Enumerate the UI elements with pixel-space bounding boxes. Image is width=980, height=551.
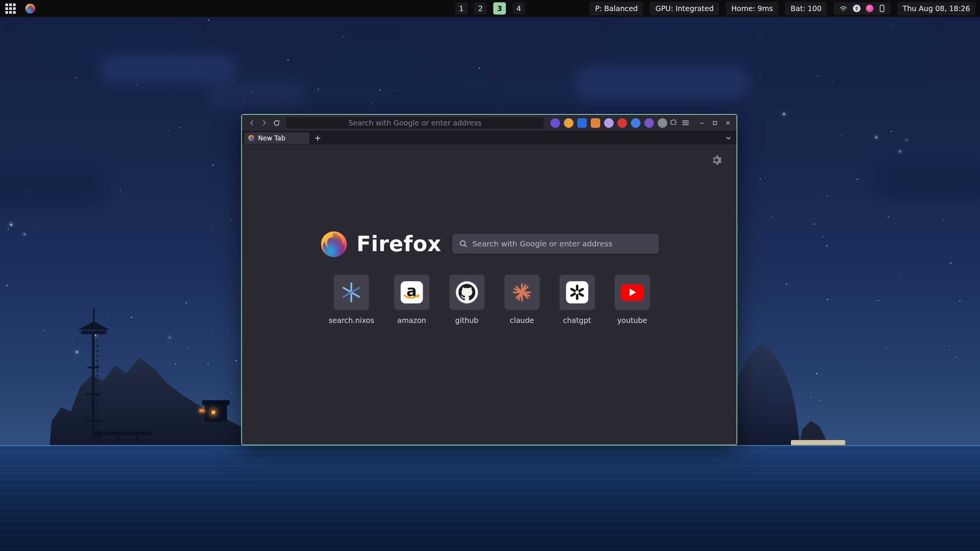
battery-status: Bat: 100: [785, 2, 827, 15]
newtab-search-placeholder: Search with Google or enter address: [472, 239, 612, 248]
minimize-button[interactable]: [696, 117, 707, 128]
navigation-toolbar: Search with Google or enter address: [242, 115, 737, 131]
extensions-puzzle-icon[interactable]: [667, 117, 679, 129]
shortcut-label: youtube: [617, 316, 647, 324]
tab-title: New Tab: [258, 134, 285, 142]
firefox-launcher-icon[interactable]: [25, 3, 36, 14]
extension-icon-orange-moon[interactable]: [564, 118, 573, 128]
firefox-wordmark: Firefox: [356, 231, 441, 256]
window-controls: [696, 117, 733, 128]
shortcut-chatgpt[interactable]: chatgpt: [559, 275, 595, 324]
maximize-button[interactable]: [709, 117, 720, 128]
nixos-icon: [341, 282, 362, 303]
color-indicator-icon[interactable]: [866, 5, 874, 12]
new-tab-page: Firefox Search with Google or enter addr…: [242, 145, 737, 445]
cloud: [0, 165, 107, 207]
extension-icon-lavender[interactable]: [604, 118, 614, 128]
extension-icons: [550, 118, 667, 128]
pier-post: [136, 434, 139, 442]
newtab-hero: Firefox Search with Google or enter addr…: [320, 230, 659, 258]
tab-bar: New Tab +: [242, 131, 737, 145]
newtab-search-input[interactable]: Search with Google or enter address: [452, 234, 659, 254]
pier-post: [117, 434, 119, 442]
shortcut-label: claude: [510, 316, 534, 324]
firefox-window: Search with Google or enter address: [241, 114, 737, 445]
forward-button[interactable]: [258, 117, 270, 129]
cloud: [314, 46, 429, 73]
wifi-icon[interactable]: [839, 5, 848, 12]
watchtower-crossbar: [87, 367, 100, 368]
reload-button[interactable]: [270, 117, 283, 129]
workspace-4[interactable]: 4: [513, 2, 525, 15]
cloud: [574, 66, 750, 100]
shortcut-youtube[interactable]: youtube: [614, 275, 650, 324]
watchtower-crossbar: [86, 393, 101, 395]
tab-favicon-firefox: [248, 135, 255, 141]
extension-icon-blue-globe[interactable]: [631, 118, 640, 128]
cloud: [612, 15, 934, 73]
extension-icon-purple-shield[interactable]: [644, 118, 654, 128]
workspace-2[interactable]: 2: [474, 2, 487, 15]
extension-icon-blue-bitwarden[interactable]: [577, 118, 587, 128]
top-bar: 1 2 3 4 P: Balanced GPU: Integrated Home…: [0, 0, 980, 17]
github-icon: [456, 281, 478, 303]
url-bar-placeholder: Search with Google or enter address: [348, 119, 482, 127]
shortcut-label: search.nixos: [329, 316, 374, 324]
extension-icon-purple[interactable]: [550, 118, 560, 128]
bluetooth-icon[interactable]: [853, 5, 861, 12]
pier-post: [98, 434, 100, 442]
pier: [94, 432, 152, 435]
youtube-icon: [621, 284, 644, 301]
tab-list-chevron-icon[interactable]: [725, 135, 732, 142]
search-icon: [459, 240, 467, 248]
cloud: [207, 81, 306, 108]
workspace-1[interactable]: 1: [455, 2, 468, 15]
workspace-switcher: 1 2 3 4: [455, 2, 525, 15]
url-bar[interactable]: Search with Google or enter address: [286, 117, 544, 129]
shortcut-label: chatgpt: [563, 316, 591, 324]
shore-light: [199, 409, 204, 412]
close-button[interactable]: [722, 117, 733, 128]
menu-button[interactable]: [679, 117, 692, 129]
watchtower-roof: [78, 321, 110, 330]
hut: [205, 404, 227, 422]
shortcuts-row: search.nixos a amazon: [329, 275, 650, 324]
tab-new-tab[interactable]: New Tab: [244, 132, 309, 144]
back-button[interactable]: [246, 117, 258, 129]
hut-window-light: [212, 411, 215, 414]
settings-gear-icon[interactable]: [711, 155, 722, 166]
firefox-logo: [320, 230, 348, 258]
shortcut-amazon[interactable]: a amazon: [394, 275, 429, 324]
home-latency-status: Home: 9ms: [726, 2, 778, 15]
cloud: [402, 82, 494, 105]
display-icon[interactable]: [879, 5, 885, 12]
extension-icon-orange-box[interactable]: [591, 118, 600, 128]
extension-icon-red[interactable]: [617, 118, 627, 128]
desktop: { "topbar": { "workspaces": { "items": […: [0, 0, 980, 551]
new-tab-button[interactable]: +: [312, 133, 323, 143]
watchtower-pole: [92, 334, 95, 439]
cloud: [100, 54, 237, 85]
watchtower-deck: [81, 331, 106, 334]
beach-strip: [791, 440, 845, 445]
gpu-status: GPU: Integrated: [650, 2, 719, 15]
ocean: [0, 445, 980, 551]
amazon-icon: a: [400, 281, 423, 303]
shortcut-search-nixos[interactable]: search.nixos: [329, 275, 374, 324]
workspace-3[interactable]: 3: [493, 2, 506, 15]
system-tray: [834, 2, 890, 15]
cloud: [873, 161, 980, 199]
app-launcher-icon[interactable]: [5, 3, 16, 14]
claude-icon: [511, 282, 532, 303]
clock: Thu Aug 08, 18:26: [897, 2, 975, 15]
chatgpt-icon: [566, 281, 588, 303]
shortcut-label: github: [455, 316, 479, 324]
watchtower-crossbar: [84, 420, 103, 422]
power-profile-status: P: Balanced: [590, 2, 643, 15]
extension-icon-gray[interactable]: [658, 118, 667, 128]
shortcut-claude[interactable]: claude: [504, 275, 539, 324]
shortcut-github[interactable]: github: [449, 275, 484, 324]
shortcut-label: amazon: [397, 316, 426, 324]
